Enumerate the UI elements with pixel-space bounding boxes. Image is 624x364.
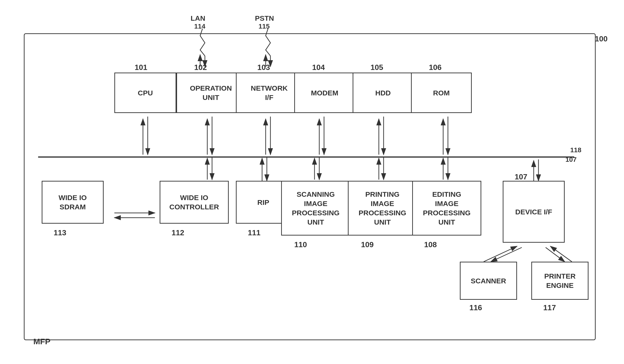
ref-113: 113 [53, 228, 66, 237]
lan-label: LAN [191, 14, 205, 22]
operation-unit-box: OPERATIONUNIT [176, 72, 245, 113]
ref-107-label: 107 [515, 173, 527, 181]
mfp-label: MFP [33, 337, 51, 346]
device-if-box: DEVICE I/F [503, 181, 565, 243]
ref-103: 103 [257, 63, 270, 72]
modem-box: MODEM [294, 72, 355, 113]
network-if-box: NETWORKI/F [236, 72, 303, 113]
cpu-box: CPU [114, 72, 176, 113]
printing-image-box: PRINTINGIMAGEPROCESSINGUNIT [348, 181, 417, 235]
pstn-ref: 115 [259, 23, 270, 30]
ref-110: 110 [294, 240, 307, 249]
ref-101: 101 [135, 63, 147, 72]
hdd-box: HDD [353, 72, 413, 113]
ref-104: 104 [312, 63, 325, 72]
ref-109: 109 [361, 240, 374, 249]
ref-118: 118 [570, 146, 581, 154]
pstn-label: PSTN [255, 14, 274, 22]
ref-100: 100 [595, 35, 608, 43]
ref-108: 108 [424, 240, 437, 249]
ref-112: 112 [172, 228, 184, 237]
scanner-box: SCANNER [460, 262, 517, 300]
ref-105: 105 [370, 63, 383, 72]
wide-io-sdram-box: WIDE IOSDRAM [42, 181, 104, 224]
printer-engine-box: PRINTERENGINE [531, 262, 589, 300]
ref-107: 107 [565, 156, 577, 163]
ref-106: 106 [429, 63, 442, 72]
ref-117: 117 [543, 303, 556, 312]
ref-111: 111 [248, 228, 260, 237]
lan-ref: 114 [194, 23, 205, 30]
ref-102: 102 [194, 63, 207, 72]
ref-116: 116 [469, 303, 482, 312]
scanning-image-box: SCANNINGIMAGEPROCESSINGUNIT [281, 181, 350, 235]
wide-io-controller-box: WIDE IOCONTROLLER [160, 181, 229, 224]
diagram-container: 100 MFP LAN 114 PSTN 115 [14, 14, 610, 352]
rom-box: ROM [411, 72, 472, 113]
editing-image-box: EDITINGIMAGEPROCESSINGUNIT [412, 181, 481, 235]
